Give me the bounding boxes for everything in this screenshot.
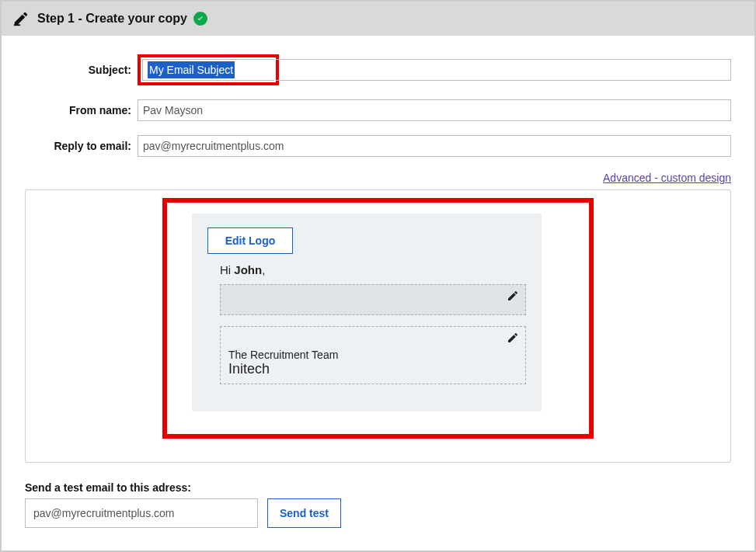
send-test-label: Send a test email to this adress: bbox=[25, 481, 731, 494]
subject-row: Subject: My Email Subject bbox=[25, 54, 731, 85]
from-name-label: From name: bbox=[25, 104, 138, 116]
from-name-row: From name: bbox=[25, 99, 731, 121]
reply-to-input[interactable] bbox=[138, 135, 731, 157]
subject-label: Subject: bbox=[25, 64, 138, 76]
send-test-button[interactable]: Send test bbox=[267, 498, 341, 528]
send-test-section: Send a test email to this adress: Send t… bbox=[25, 481, 731, 528]
from-name-input[interactable] bbox=[138, 99, 731, 121]
email-body-block[interactable] bbox=[220, 284, 526, 315]
email-preview-card: Edit Logo Hi John, The Recruitment T bbox=[25, 189, 731, 463]
reply-to-row: Reply to email: bbox=[25, 135, 731, 157]
email-greeting: Hi John, bbox=[220, 263, 526, 276]
preview-highlight: Edit Logo Hi John, The Recruitment T bbox=[162, 198, 594, 439]
step-header: Step 1 - Create your copy bbox=[2, 2, 754, 36]
reply-to-label: Reply to email: bbox=[25, 140, 138, 152]
step-complete-badge bbox=[193, 12, 207, 26]
pencil-icon bbox=[12, 10, 30, 27]
signature-line-2: Initech bbox=[228, 361, 517, 377]
subject-input[interactable]: My Email Subject bbox=[142, 59, 274, 81]
signature-line-1: The Recruitment Team bbox=[228, 349, 517, 361]
subject-value: My Email Subject bbox=[148, 61, 235, 78]
subject-highlight: My Email Subject bbox=[138, 54, 279, 85]
greeting-name: John bbox=[234, 263, 262, 276]
email-signature-block[interactable]: The Recruitment Team Initech bbox=[220, 326, 526, 384]
step-title: Step 1 - Create your copy bbox=[37, 12, 187, 26]
greeting-prefix: Hi bbox=[220, 263, 234, 276]
test-email-input[interactable] bbox=[25, 498, 258, 528]
edit-logo-button[interactable]: Edit Logo bbox=[207, 227, 293, 254]
edit-icon[interactable] bbox=[507, 290, 519, 302]
edit-icon[interactable] bbox=[507, 332, 519, 344]
advanced-custom-design-link[interactable]: Advanced - custom design bbox=[603, 172, 731, 184]
page-frame: Step 1 - Create your copy Subject: My Em… bbox=[0, 0, 756, 552]
subject-input-ext[interactable] bbox=[276, 59, 731, 81]
email-canvas: Edit Logo Hi John, The Recruitment T bbox=[192, 214, 542, 411]
svg-rect-0 bbox=[14, 24, 20, 26]
